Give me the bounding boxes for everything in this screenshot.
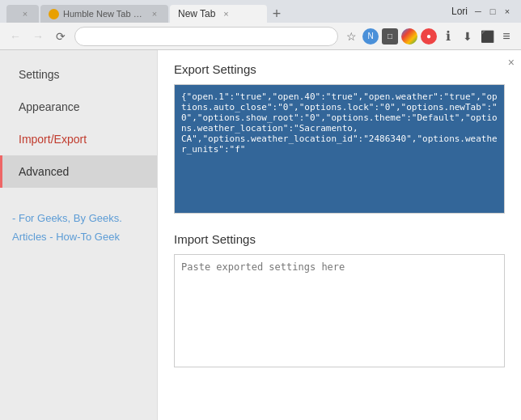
tab-1[interactable]: × — [6, 5, 39, 23]
extension-icon-1[interactable]: N — [362, 28, 379, 45]
tab-newtab[interactable]: New Tab × — [170, 5, 267, 23]
geek-line2[interactable]: Articles - How-To Geek — [12, 231, 145, 243]
nav-importexport[interactable]: Import/Export — [0, 123, 157, 155]
extension-icon-6[interactable]: ⬇ — [460, 28, 476, 45]
tab-close-newtab[interactable]: × — [220, 8, 231, 19]
side-nav: Settings Appearance Import/Export Advanc… — [0, 50, 158, 420]
geek-text-area: - For Geeks, By Geeks. Articles - How-To… — [0, 204, 157, 251]
extension-icon-7[interactable]: ⬛ — [479, 28, 495, 45]
left-sidebar: Settings Appearance Import/Export Advanc… — [0, 50, 158, 420]
browser-frame: × Humble New Tab Page × New Tab × + Lori… — [0, 0, 521, 420]
bookmark-icon[interactable]: ☆ — [343, 28, 359, 45]
main-panel: × Export Settings {"open.1":"true","open… — [158, 50, 521, 420]
geek-line1: - For Geeks, By Geeks. — [12, 212, 145, 224]
nav-settings[interactable]: Settings — [0, 58, 157, 91]
window-controls-area: Lori ─ □ × — [451, 4, 515, 19]
tab-close-humble[interactable]: × — [149, 8, 160, 19]
menu-button[interactable]: ≡ — [498, 28, 515, 45]
humble-favicon — [49, 9, 59, 19]
extension-icon-2[interactable]: □ — [382, 28, 398, 45]
extension-icon-4[interactable]: ● — [421, 28, 437, 45]
extension-icon-3[interactable] — [401, 28, 417, 45]
back-button[interactable]: ← — [6, 28, 24, 45]
tab-close-1[interactable]: × — [19, 8, 31, 19]
new-tab-button[interactable]: + — [267, 5, 286, 23]
tabs-area: × Humble New Tab Page × New Tab × + — [6, 0, 451, 23]
forward-button[interactable]: → — [29, 28, 47, 45]
extension-icon-5[interactable]: ℹ — [440, 28, 456, 45]
toolbar-icons: ☆ N □ ● ℹ ⬇ ⬛ ≡ — [343, 28, 515, 45]
tab-humble-label: Humble New Tab Page — [63, 9, 144, 19]
export-title: Export Settings — [174, 62, 505, 76]
tab-newtab-label: New Tab — [178, 8, 215, 19]
window-close-button[interactable]: × — [500, 4, 515, 19]
nav-advanced[interactable]: Advanced — [0, 155, 157, 188]
maximize-button[interactable]: □ — [485, 4, 500, 19]
minimize-button[interactable]: ─ — [471, 4, 485, 19]
tab-humble[interactable]: Humble New Tab Page × — [40, 5, 168, 23]
reload-button[interactable]: ⟳ — [52, 28, 70, 45]
export-textarea[interactable]: {"open.1":"true","open.40":"true","open.… — [174, 84, 505, 214]
import-title: Import Settings — [174, 232, 505, 246]
import-settings-panel: Import Settings — [158, 228, 521, 382]
export-settings-panel: × Export Settings {"open.1":"true","open… — [158, 50, 521, 228]
page-content: Settings Appearance Import/Export Advanc… — [0, 50, 521, 420]
address-bar: ← → ⟳ ☆ N □ ● ℹ ⬇ ⬛ ≡ — [0, 23, 521, 50]
title-bar: × Humble New Tab Page × New Tab × + Lori… — [0, 0, 521, 23]
user-name: Lori — [451, 6, 468, 17]
address-input[interactable] — [74, 27, 338, 46]
nav-appearance[interactable]: Appearance — [0, 91, 157, 123]
close-button[interactable]: × — [508, 57, 515, 68]
import-textarea[interactable] — [174, 254, 505, 367]
